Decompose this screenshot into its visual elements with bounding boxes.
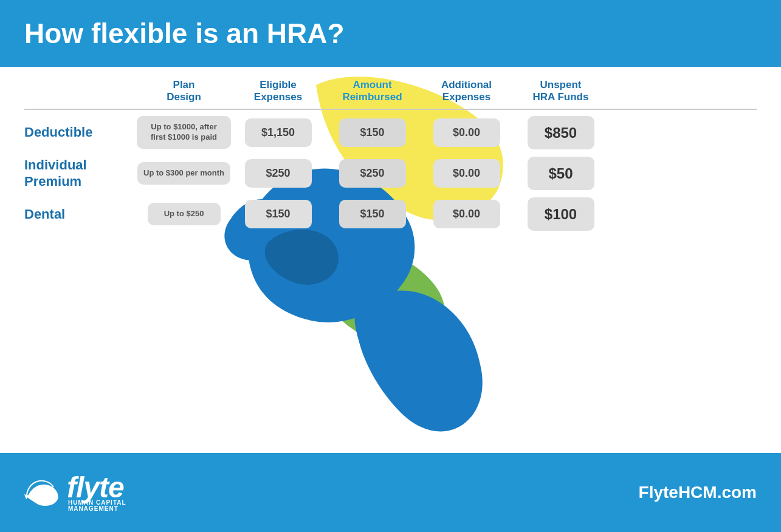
flyte-bird-icon	[24, 476, 61, 509]
footer-website: FlyteHCM.com	[639, 483, 757, 502]
value-dental-eligible: $150	[245, 200, 312, 228]
value-dental-additional: $0.00	[433, 200, 500, 228]
cell-dental-unspent: $100	[514, 197, 608, 231]
value-deductible-eligible: $1,150	[245, 118, 312, 147]
cell-deductible-additional: $0.00	[419, 118, 514, 147]
row-label-individual-premium: IndividualPremium	[24, 157, 137, 189]
cell-deductible-plan-design: Up to $1000, after first $1000 is paid	[137, 116, 231, 149]
cell-individual-eligible: $250	[231, 159, 325, 188]
value-individual-reimbursed: $250	[339, 159, 406, 188]
row-individual-premium: IndividualPremium Up to $300 per month $…	[24, 157, 757, 190]
flyte-brand-sub: HUMAN CAPITALMANAGEMENT	[67, 500, 126, 512]
col-header-additional-expenses: AdditionalExpenses	[419, 79, 514, 104]
footer-logo: flyte HUMAN CAPITALMANAGEMENT	[24, 473, 126, 512]
flyte-brand-text: flyte HUMAN CAPITALMANAGEMENT	[67, 473, 126, 512]
cell-deductible-reimbursed: $150	[325, 118, 419, 147]
data-rows: Deductible Up to $1000, after first $100…	[24, 116, 757, 231]
col-header-eligible-expenses: EligibleExpenses	[231, 79, 325, 104]
cell-dental-additional: $0.00	[419, 200, 514, 228]
value-dental-unspent: $100	[528, 197, 594, 231]
cell-individual-additional: $0.00	[419, 159, 514, 188]
value-individual-unspent: $50	[528, 157, 594, 190]
row-dental: Dental Up to $250 $150 $150 $0.00 $100	[24, 197, 757, 231]
value-deductible-unspent: $850	[528, 116, 594, 149]
main-content: PlanDesign EligibleExpenses AmountReimbu…	[0, 67, 781, 453]
value-deductible-reimbursed: $150	[339, 118, 406, 147]
page-title: How flexible is an HRA?	[24, 17, 345, 50]
footer: flyte HUMAN CAPITALMANAGEMENT FlyteHCM.c…	[0, 453, 781, 532]
col-header-amount-reimbursed: AmountReimbursed	[325, 79, 419, 104]
column-headers: PlanDesign EligibleExpenses AmountReimbu…	[24, 79, 757, 110]
cell-deductible-eligible: $1,150	[231, 118, 325, 147]
table-area: PlanDesign EligibleExpenses AmountReimbu…	[24, 79, 757, 447]
value-individual-additional: $0.00	[433, 159, 500, 188]
row-deductible: Deductible Up to $1000, after first $100…	[24, 116, 757, 149]
col-header-plan-design: PlanDesign	[137, 79, 231, 104]
cell-individual-reimbursed: $250	[325, 159, 419, 188]
cell-dental-reimbursed: $150	[325, 200, 419, 228]
col-header-unspent-hra: UnspentHRA Funds	[514, 79, 608, 104]
value-individual-plan-design: Up to $300 per month	[137, 162, 230, 185]
cell-deductible-unspent: $850	[514, 116, 608, 149]
cell-dental-eligible: $150	[231, 200, 325, 228]
cell-dental-plan-design: Up to $250	[137, 203, 231, 225]
value-dental-plan-design: Up to $250	[148, 203, 221, 225]
cell-individual-plan-design: Up to $300 per month	[137, 162, 231, 185]
value-dental-reimbursed: $150	[339, 200, 406, 228]
flyte-brand-name: flyte	[67, 473, 126, 502]
value-deductible-additional: $0.00	[433, 118, 500, 147]
value-individual-eligible: $250	[245, 159, 312, 188]
header: How flexible is an HRA?	[0, 0, 781, 67]
cell-individual-unspent: $50	[514, 157, 608, 190]
value-deductible-plan-design: Up to $1000, after first $1000 is paid	[137, 116, 231, 149]
row-label-dental: Dental	[24, 206, 137, 222]
row-label-deductible: Deductible	[24, 124, 137, 140]
